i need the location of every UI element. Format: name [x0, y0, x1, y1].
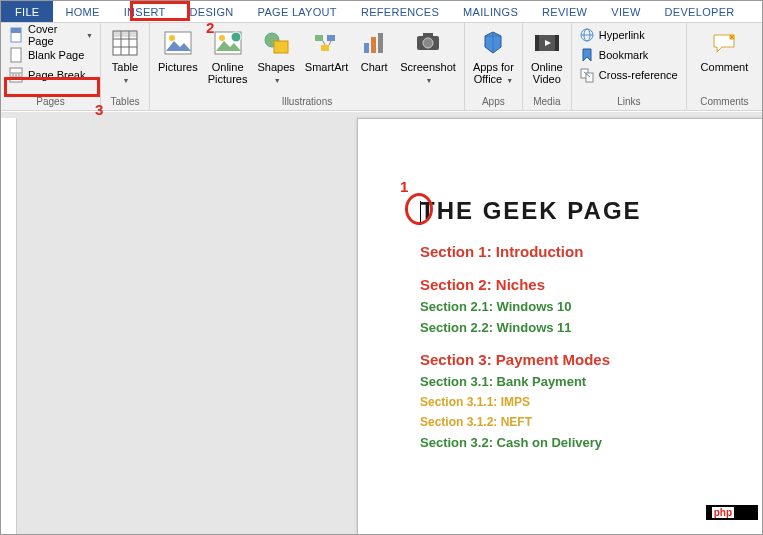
group-illustrations: Pictures Online Pictures Shapes▼ SmartAr…	[150, 23, 465, 110]
online-pictures-button[interactable]: Online Pictures	[204, 25, 252, 87]
group-pages: Cover Page▼ Blank Page Page Break Pages	[1, 23, 101, 110]
document-section: Section 1: Introduction	[420, 243, 762, 260]
document-section: Section 3.2: Cash on Delivery	[420, 435, 762, 450]
tab-mailings[interactable]: MAILINGS	[451, 1, 530, 22]
comment-label: Comment	[701, 61, 749, 73]
svg-rect-21	[321, 45, 329, 51]
page-break-button[interactable]: Page Break	[5, 65, 96, 85]
tab-review[interactable]: REVIEW	[530, 1, 599, 22]
cover-page-button[interactable]: Cover Page▼	[5, 25, 96, 45]
tab-developer[interactable]: DEVELOPER	[653, 1, 747, 22]
chevron-down-icon: ▼	[123, 77, 130, 84]
tab-home[interactable]: HOME	[53, 1, 111, 22]
document-section: Section 3.1: Bank Payment	[420, 374, 762, 389]
shapes-button[interactable]: Shapes▼	[254, 25, 299, 89]
comment-icon	[710, 31, 738, 55]
group-label-tables: Tables	[105, 94, 145, 110]
tab-insert[interactable]: INSERT	[112, 1, 178, 22]
svg-rect-11	[113, 31, 137, 37]
svg-point-26	[423, 38, 433, 48]
svg-rect-19	[315, 35, 323, 41]
screenshot-icon	[414, 31, 442, 55]
chart-label: Chart	[361, 61, 388, 73]
video-label: Online Video	[531, 61, 563, 85]
chevron-down-icon: ▼	[274, 77, 281, 84]
tab-design[interactable]: DESIGN	[178, 1, 246, 22]
svg-rect-20	[327, 35, 335, 41]
vertical-ruler[interactable]	[1, 118, 17, 534]
svg-rect-24	[378, 33, 383, 53]
svg-rect-1	[11, 28, 21, 33]
group-comments: Comment Comments	[687, 23, 762, 110]
group-label-media: Media	[527, 94, 567, 110]
svg-rect-27	[423, 33, 433, 37]
document-title: THE GEEK PAGE	[420, 197, 762, 225]
table-button[interactable]: Table▼	[105, 25, 145, 89]
screenshot-button[interactable]: Screenshot▼	[396, 25, 460, 89]
pictures-button[interactable]: Pictures	[154, 25, 202, 75]
apps-icon	[479, 29, 507, 57]
document-page[interactable]: THE GEEK PAGE Section 1: IntroductionSec…	[357, 118, 762, 535]
document-section	[420, 341, 762, 351]
tab-file[interactable]: FILE	[1, 1, 53, 22]
svg-rect-22	[364, 43, 369, 53]
svg-rect-4	[10, 77, 22, 82]
video-icon	[533, 31, 561, 55]
blank-page-button[interactable]: Blank Page	[5, 45, 96, 65]
online-video-button[interactable]: Online Video	[527, 25, 567, 87]
group-label-illustrations: Illustrations	[154, 94, 460, 110]
smartart-label: SmartArt	[305, 61, 348, 73]
svg-point-16	[231, 32, 241, 42]
tab-bar: FILE HOME INSERT DESIGN PAGE LAYOUT REFE…	[1, 1, 762, 23]
tab-references[interactable]: REFERENCES	[349, 1, 451, 22]
hyperlink-label: Hyperlink	[599, 29, 645, 41]
shapes-label: Shapes	[258, 61, 295, 73]
comment-button[interactable]: Comment	[697, 25, 753, 75]
smartart-button[interactable]: SmartArt	[301, 25, 352, 75]
svg-point-13	[169, 35, 175, 41]
pictures-icon	[164, 31, 192, 55]
hyperlink-button[interactable]: Hyperlink	[576, 25, 682, 45]
group-apps: Apps for Office ▼ Apps	[465, 23, 523, 110]
document-section: Section 3: Payment Modes	[420, 351, 762, 368]
group-label-apps: Apps	[469, 94, 518, 110]
pictures-label: Pictures	[158, 61, 198, 73]
chevron-down-icon: ▼	[504, 77, 513, 84]
cross-reference-label: Cross-reference	[599, 69, 678, 81]
document-section: Section 2.2: Windows 11	[420, 320, 762, 335]
document-section: Section 3.1.2: NEFT	[420, 415, 762, 429]
chart-icon	[360, 31, 388, 55]
bookmark-label: Bookmark	[599, 49, 649, 61]
svg-rect-2	[11, 48, 21, 62]
svg-rect-23	[371, 37, 376, 53]
table-label: Table	[112, 61, 138, 73]
blank-page-icon	[8, 47, 24, 63]
watermark: php	[706, 505, 758, 520]
group-media: Online Video Media	[523, 23, 572, 110]
svg-rect-3	[10, 68, 22, 73]
page-break-icon	[8, 67, 24, 83]
group-label-comments: Comments	[691, 94, 758, 110]
group-links: Hyperlink Bookmark Cross-reference Links	[572, 23, 687, 110]
tab-page-layout[interactable]: PAGE LAYOUT	[246, 1, 349, 22]
table-icon	[111, 29, 139, 57]
screenshot-label: Screenshot	[400, 61, 456, 73]
bookmark-button[interactable]: Bookmark	[576, 45, 682, 65]
group-tables: Table▼ Tables	[101, 23, 150, 110]
tab-view[interactable]: VIEW	[599, 1, 652, 22]
cover-page-label: Cover Page	[28, 23, 80, 47]
online-pictures-icon	[214, 31, 242, 55]
group-label-links: Links	[576, 94, 682, 110]
apps-for-office-button[interactable]: Apps for Office ▼	[469, 25, 518, 89]
document-section: Section 3.1.1: IMPS	[420, 395, 762, 409]
chart-button[interactable]: Chart	[354, 25, 394, 75]
blank-page-label: Blank Page	[28, 49, 84, 61]
bookmark-icon	[579, 47, 595, 63]
svg-rect-30	[555, 35, 559, 51]
group-label-pages: Pages	[5, 94, 96, 110]
svg-rect-29	[535, 35, 539, 51]
cross-reference-button[interactable]: Cross-reference	[576, 65, 682, 85]
online-pictures-label: Online Pictures	[208, 61, 248, 85]
chevron-down-icon: ▼	[86, 32, 93, 39]
smartart-icon	[313, 31, 341, 55]
